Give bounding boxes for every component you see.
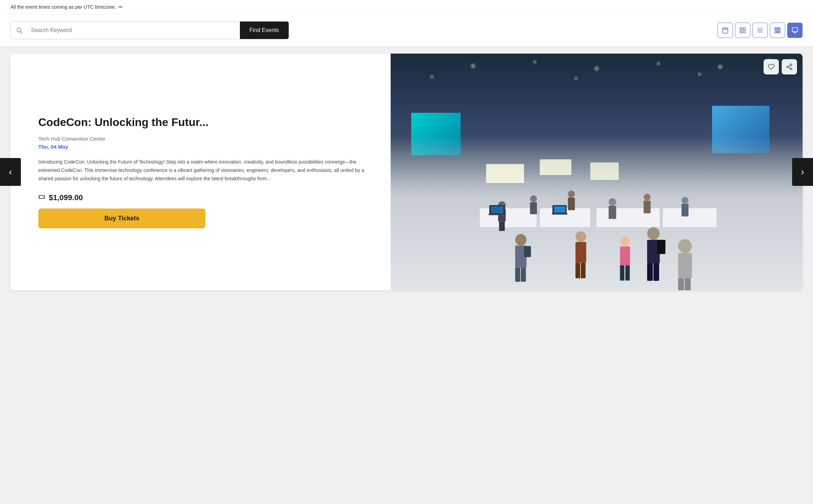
featured-icon	[791, 27, 798, 34]
svg-rect-64	[625, 265, 630, 281]
mosaic-view-button[interactable]	[770, 23, 785, 38]
calendar-view-button[interactable]	[718, 23, 733, 38]
svg-rect-29	[480, 208, 537, 227]
main-content: ‹ CodeCon: Unlocking the Futur... Tech H…	[0, 47, 813, 297]
svg-rect-77	[590, 163, 619, 180]
svg-point-25	[790, 68, 792, 70]
svg-rect-9	[743, 31, 745, 33]
svg-rect-44	[644, 201, 651, 213]
event-info-panel: CodeCon: Unlocking the Futur... Tech Hub…	[10, 54, 391, 290]
svg-rect-38	[530, 202, 537, 214]
top-banner: All the event times coming as per UTC ti…	[0, 0, 813, 14]
grid-icon	[739, 27, 746, 34]
event-card: CodeCon: Unlocking the Futur... Tech Hub…	[10, 54, 803, 290]
search-container: Find Events	[0, 14, 813, 47]
svg-rect-73	[552, 213, 568, 215]
svg-rect-70	[488, 214, 506, 215]
svg-rect-20	[792, 28, 798, 32]
svg-rect-7	[743, 28, 745, 30]
svg-rect-66	[678, 253, 692, 278]
mosaic-icon	[774, 27, 781, 34]
share-button[interactable]	[782, 59, 797, 74]
svg-rect-62	[620, 246, 630, 265]
svg-rect-67	[678, 278, 684, 290]
heart-icon	[768, 63, 775, 70]
featured-view-button[interactable]	[787, 23, 803, 38]
search-bar: Find Events	[10, 21, 289, 39]
svg-rect-18	[779, 32, 780, 33]
svg-line-27	[788, 65, 790, 66]
svg-rect-35	[499, 221, 502, 231]
svg-rect-16	[775, 30, 776, 33]
search-icon-wrap	[11, 22, 28, 39]
share-icon	[786, 63, 793, 70]
grid-view-button[interactable]	[735, 23, 750, 38]
next-arrow[interactable]: ›	[792, 158, 813, 186]
svg-rect-76	[540, 159, 571, 175]
event-date: Thu, 04 May	[38, 144, 373, 150]
prev-arrow[interactable]: ‹	[0, 158, 21, 186]
event-venue: Tech Hub Convention Center	[38, 136, 373, 142]
event-price-row: $1,099.00	[38, 193, 373, 202]
svg-rect-58	[647, 263, 653, 281]
image-actions	[764, 59, 797, 74]
svg-rect-40	[568, 197, 575, 210]
svg-rect-19	[777, 32, 778, 33]
svg-point-39	[568, 190, 575, 197]
svg-rect-2	[723, 28, 728, 33]
edit-icon[interactable]: ✏	[119, 4, 123, 10]
svg-rect-8	[740, 31, 742, 33]
svg-rect-50	[521, 268, 526, 282]
svg-rect-54	[576, 262, 580, 278]
svg-point-61	[620, 236, 630, 246]
svg-rect-60	[657, 240, 666, 254]
svg-rect-74	[554, 206, 565, 213]
svg-point-47	[515, 234, 527, 246]
svg-rect-14	[777, 28, 778, 29]
svg-point-45	[681, 197, 688, 204]
banner-text: All the event times coming as per UTC ti…	[10, 4, 116, 10]
svg-rect-6	[740, 28, 742, 30]
svg-point-65	[678, 239, 692, 253]
find-events-button[interactable]: Find Events	[240, 22, 289, 39]
svg-point-56	[647, 227, 660, 240]
event-image-panel	[391, 54, 803, 290]
scene-svg	[391, 101, 803, 290]
svg-point-43	[644, 194, 651, 201]
list-icon	[757, 27, 764, 34]
svg-rect-75	[486, 164, 524, 183]
search-input[interactable]	[28, 22, 240, 39]
svg-rect-71	[491, 206, 503, 213]
svg-rect-63	[620, 265, 625, 281]
svg-rect-59	[654, 263, 659, 281]
svg-line-26	[788, 67, 790, 68]
svg-rect-49	[515, 268, 521, 282]
like-button[interactable]	[764, 59, 779, 74]
svg-point-23	[790, 64, 792, 66]
svg-rect-15	[779, 28, 780, 29]
search-icon	[16, 27, 23, 34]
view-toggles	[718, 23, 803, 38]
svg-rect-17	[777, 30, 780, 31]
event-title: CodeCon: Unlocking the Futur...	[38, 116, 373, 129]
svg-rect-46	[681, 204, 688, 216]
calendar-icon	[722, 27, 729, 34]
buy-tickets-button[interactable]: Buy Tickets	[38, 208, 205, 228]
svg-point-52	[576, 231, 586, 242]
svg-rect-53	[576, 242, 586, 262]
svg-rect-32	[663, 208, 717, 227]
event-price: $1,099.00	[49, 193, 83, 202]
ticket-icon	[38, 194, 45, 202]
svg-rect-36	[502, 221, 505, 231]
svg-point-37	[530, 195, 537, 202]
list-view-button[interactable]	[752, 23, 768, 38]
svg-rect-68	[685, 278, 690, 290]
svg-point-41	[609, 198, 616, 206]
svg-rect-55	[581, 262, 586, 278]
event-description: Introducing CodeCon: Unlocking the Futur…	[38, 158, 373, 183]
svg-rect-13	[775, 28, 776, 29]
svg-point-24	[787, 66, 789, 68]
svg-line-1	[21, 32, 22, 33]
event-image	[391, 54, 803, 290]
svg-rect-42	[609, 206, 616, 219]
